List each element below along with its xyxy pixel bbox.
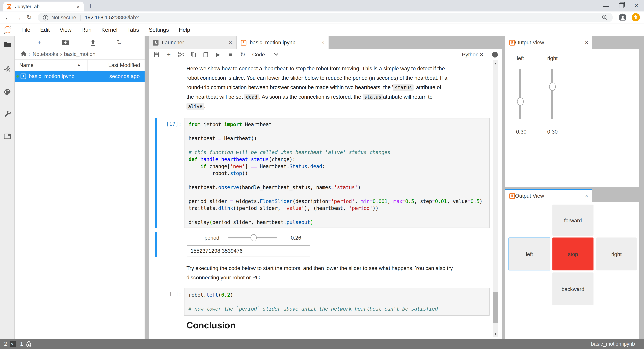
left-motor-label: left xyxy=(508,55,533,61)
sidebar-item-property-inspector-wrench-icon[interactable] xyxy=(3,110,12,118)
pulseout-text-field[interactable] xyxy=(187,245,310,256)
tab-notebook-active[interactable]: basic_motion.ipynb × xyxy=(237,36,329,49)
url-field[interactable]: Not secure 192.168.1.52:8888/lab? xyxy=(38,13,613,22)
stop-button[interactable]: stop xyxy=(552,238,594,270)
column-header-name[interactable]: Name xyxy=(19,62,34,68)
breadcrumb-separator: › xyxy=(60,51,62,57)
sidebar-item-commands-palette-icon[interactable] xyxy=(3,88,12,96)
kernel-busy-indicator[interactable] xyxy=(492,52,498,57)
zoom-page-icon[interactable] xyxy=(602,15,608,21)
scrollbar-thumb[interactable] xyxy=(493,292,498,323)
run-cell-button[interactable]: ▶ xyxy=(212,50,224,59)
right-panels: Output View × left right -0.30 0.30 xyxy=(505,36,639,339)
tab-output-view-2[interactable]: Output View × xyxy=(505,189,592,202)
right-motor-slider-track[interactable] xyxy=(551,69,553,119)
breadcrumb-notebooks[interactable]: Notebooks xyxy=(32,51,58,57)
right-button[interactable]: right xyxy=(596,238,636,270)
sort-ascending-icon[interactable]: ▲ xyxy=(77,63,80,67)
forward-button[interactable]: forward xyxy=(552,205,594,236)
menu-item[interactable]: View xyxy=(55,27,76,33)
menu-item[interactable]: Settings xyxy=(144,27,174,33)
browser-tab-close-icon[interactable]: × xyxy=(76,4,80,10)
security-label[interactable]: Not secure xyxy=(51,15,76,20)
code-cell-heartbeat[interactable]: from jetbot import Heartbeat heartbeat =… xyxy=(184,118,490,228)
scrollbar-down-icon[interactable]: ▼ xyxy=(493,331,498,336)
file-row-selected[interactable]: basic_motion.ipynb seconds ago xyxy=(15,71,144,82)
tab-notebook-close-icon[interactable]: × xyxy=(321,40,324,46)
window-close-button[interactable]: × xyxy=(629,0,644,12)
interrupt-kernel-button[interactable]: ■ xyxy=(224,50,236,59)
save-button[interactable] xyxy=(150,50,162,59)
left-motor-slider-handle[interactable] xyxy=(517,97,524,106)
paste-cells-button[interactable] xyxy=(200,50,212,59)
nav-forward-icon[interactable]: → xyxy=(14,13,23,22)
period-slider-handle[interactable] xyxy=(250,234,257,241)
menu-item[interactable]: Edit xyxy=(35,27,55,33)
window-restore-button[interactable] xyxy=(614,0,629,12)
terminal-count[interactable]: 2 xyxy=(4,341,7,347)
sidebar-item-files-folder-icon[interactable] xyxy=(3,40,12,49)
markdown-cell-try[interactable]: Try executing the code below to start th… xyxy=(186,263,490,282)
cut-cells-button[interactable] xyxy=(175,50,187,59)
jupyter-logo-icon xyxy=(3,25,12,34)
kernel-name[interactable]: Python 3 xyxy=(462,51,483,58)
cell-collapser-active[interactable] xyxy=(155,118,157,228)
cell-type-dropdown[interactable]: Code xyxy=(252,51,278,58)
left-motor-slider-track[interactable] xyxy=(519,69,521,119)
browser-update-icon[interactable] xyxy=(632,13,640,21)
menu-item[interactable]: Help xyxy=(174,27,195,33)
browser-tab[interactable]: JupyterLab × xyxy=(3,2,84,12)
refresh-file-list-icon[interactable]: ↻ xyxy=(117,39,122,46)
nav-reload-icon[interactable]: ↻ xyxy=(25,13,34,22)
menu-item[interactable]: Run xyxy=(76,27,96,33)
tab-output-view-2-close-icon[interactable]: × xyxy=(585,193,588,199)
output-view-1-tab-bar: Output View × xyxy=(505,36,639,49)
notebook-icon xyxy=(241,40,246,45)
home-icon[interactable] xyxy=(20,51,27,57)
browser-titlebar: JupyterLab × + — × xyxy=(0,0,644,12)
tab-launcher-close-icon[interactable]: × xyxy=(229,40,232,46)
insert-cell-button[interactable]: + xyxy=(163,50,175,59)
new-tab-button[interactable]: + xyxy=(85,2,95,11)
cell-type-value: Code xyxy=(252,51,265,58)
left-button[interactable]: left xyxy=(508,238,550,270)
tab-output-view-1-close-icon[interactable]: × xyxy=(585,40,588,46)
unsaved-status-dot xyxy=(16,75,19,78)
file-browser-panel: + ↻ › Notebooks › basic_motion Name xyxy=(15,36,144,339)
sidebar-item-running-icon[interactable] xyxy=(3,65,12,73)
output-collapser[interactable] xyxy=(155,232,157,257)
output-view-2-tab-bar: Output View × xyxy=(505,189,639,202)
markdown-cell-heartbeat[interactable]: Here we show how to connect a 'heartbeat… xyxy=(186,64,490,111)
restart-kernel-button[interactable]: ↻ xyxy=(237,50,249,59)
breadcrumb-basic-motion[interactable]: basic_motion xyxy=(64,51,96,57)
upload-button[interactable] xyxy=(90,39,96,46)
right-motor-slider-handle[interactable] xyxy=(549,83,556,91)
tab-output-view-1-label: Output View xyxy=(515,40,544,46)
menu-item[interactable]: Tabs xyxy=(122,27,144,33)
new-folder-button[interactable] xyxy=(62,39,69,46)
nav-back-icon[interactable]: ← xyxy=(3,13,12,22)
backward-button[interactable]: backward xyxy=(552,272,594,305)
notebook-scroll-area[interactable]: Here we show how to connect a 'heartbeat… xyxy=(149,60,502,339)
cell-input-prompt: [17]: xyxy=(149,121,182,127)
tab-output-view-1[interactable]: Output View × xyxy=(505,36,592,49)
menu-item[interactable]: Kernel xyxy=(96,27,122,33)
window-minimize-button[interactable]: — xyxy=(598,0,614,12)
tab-launcher[interactable]: Launcher × xyxy=(149,36,237,49)
kernel-sessions-icon xyxy=(26,340,32,347)
scrollbar-up-icon[interactable]: ▲ xyxy=(493,60,498,66)
copy-cells-button[interactable] xyxy=(187,50,200,59)
right-motor-label: right xyxy=(540,55,565,61)
launcher-rocket-icon xyxy=(153,40,158,45)
menu-item[interactable]: File xyxy=(16,27,35,33)
url-path: :8888/lab? xyxy=(115,15,139,20)
new-launcher-button[interactable]: + xyxy=(38,39,41,46)
code-cell-robot-left[interactable]: robot.left(0.2) # now lower the `period`… xyxy=(184,288,490,316)
notebook-scrollbar[interactable]: ▲ ▼ xyxy=(493,60,498,337)
profile-badge-icon[interactable] xyxy=(618,13,627,21)
column-header-modified[interactable]: Last Modified xyxy=(108,62,140,68)
kernel-count[interactable]: 1 xyxy=(20,341,23,347)
file-list-header: Name ▲ Last Modified xyxy=(15,60,144,71)
sidebar-item-open-tabs-icon[interactable] xyxy=(3,132,12,141)
tab-launcher-label: Launcher xyxy=(162,40,184,46)
